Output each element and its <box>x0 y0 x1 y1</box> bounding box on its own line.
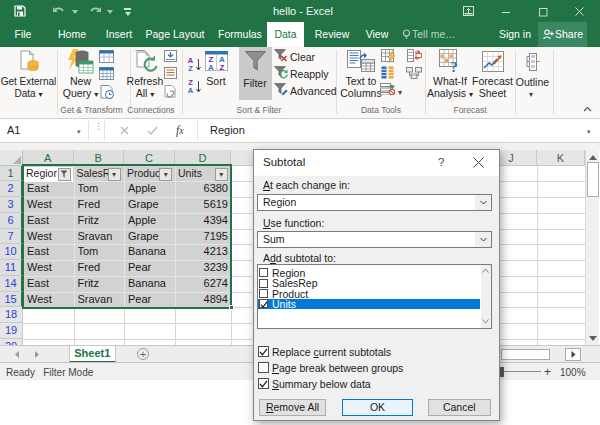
svg-text:Z: Z <box>220 63 225 72</box>
svg-text:?: ? <box>451 60 458 74</box>
svg-text:A: A <box>208 63 214 72</box>
